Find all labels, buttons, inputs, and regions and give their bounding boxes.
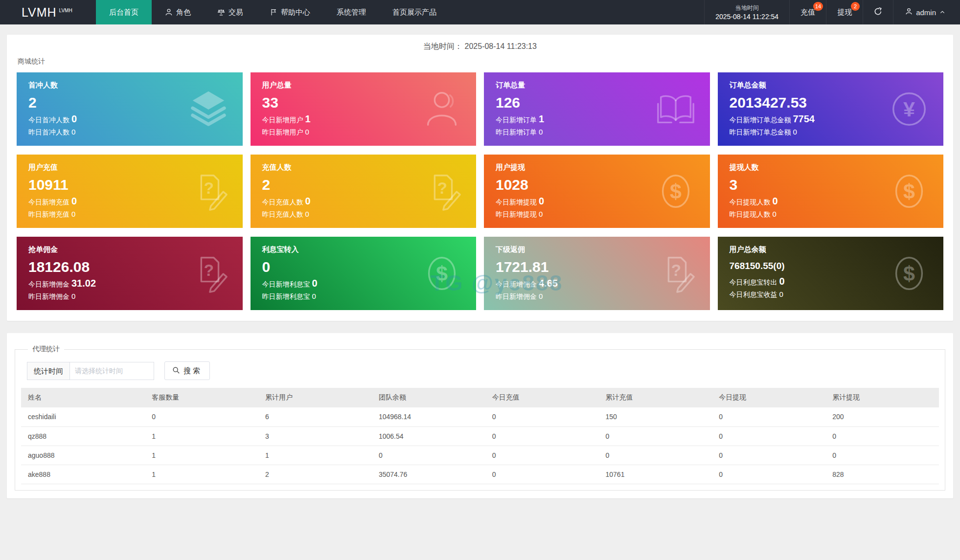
user-name: admin [916,8,936,17]
stat-today-label: 今日新增利息宝 [262,280,310,288]
recharge-badge: 14 [813,2,823,11]
stats-cards-grid: 首冲人数2今日首冲人数0昨日首冲人数0用户总量33今日新增用户1昨日新增用户0订… [17,72,943,310]
stat-card: 订单总量126今日新增订单1昨日新增订单0 [484,72,710,146]
stat-yesterday-value: 0 [305,128,309,136]
svg-text:¥: ¥ [903,97,915,121]
recharge-button[interactable]: 充值 14 [789,0,826,24]
table-header-cell: 今日充值 [485,388,599,407]
svg-text:?: ? [204,179,213,197]
user-icon [420,88,463,131]
dollar-circle-icon: $ [888,170,931,213]
table-cell: 0 [599,426,712,446]
stat-yesterday-label: 昨日首冲人数 [28,128,69,136]
nav-item-6[interactable]: 首页展示产品 [379,0,450,24]
withdraw-label: 提现 [837,8,852,17]
table-cell: 0 [712,407,825,426]
stat-yesterday-value: 0 [539,210,543,218]
table-header-cell: 累计提现 [825,388,939,407]
stat-yesterday-value: 0 [71,292,75,300]
table-cell: ake888 [21,465,145,484]
table-cell: 0 [485,465,599,484]
nav-item-3[interactable]: 交易 [204,0,256,24]
search-icon [172,366,180,376]
table-cell: 3 [258,426,372,446]
person-icon [165,8,173,16]
stat-card: 提现人数3今日提现人数0昨日提现人数0$ [718,155,944,228]
stat-today-label: 今日新增订单 [496,116,537,124]
withdraw-button[interactable]: 提现 2 [826,0,863,24]
table-row: ake8881235074.760107610828 [21,465,939,484]
stat-yesterday-label: 昨日新增佣金 [28,292,69,300]
table-cell: 0 [712,465,825,484]
nav-item-1[interactable]: 后台首页 [96,0,152,24]
table-header-cell: 姓名 [21,388,145,407]
table-header-cell: 累计用户 [258,388,372,407]
local-time-value: 2025-08-14 11:22:54 [715,12,778,21]
stat-today-value: 1 [539,113,544,124]
stat-yesterday-label: 昨日新增订单 [496,128,537,136]
agent-panel: 代理统计 统计时间 搜索 姓名客服数量累计用户团队余额今日充值累计充值今日提现累… [7,333,953,498]
stat-today-value: 0 [773,196,778,206]
table-cell: 828 [825,465,939,484]
panel-local-time: 当地时间： 2025-08-14 11:23:13 [17,42,943,52]
search-button[interactable]: 搜索 [164,361,210,380]
table-cell: 1 [145,426,258,446]
stat-today-label: 今日新增佣金 [496,280,537,288]
table-cell: 0 [485,426,599,446]
stat-yesterday-value: 0 [793,128,797,136]
table-cell: 1 [145,465,258,484]
table-cell: 0 [712,426,825,446]
svg-text:$: $ [903,262,915,285]
stat-today-label: 今日提现人数 [730,198,771,206]
svg-text:?: ? [204,261,213,279]
withdraw-badge: 2 [851,2,860,11]
stat-yesterday-value: 0 [71,210,75,218]
svg-text:?: ? [437,179,447,197]
stat-today-value: 0 [71,196,77,206]
stat-today-value: 0 [539,196,544,206]
book-icon [654,88,697,131]
table-cell: ceshidaili [21,407,145,426]
table-cell: 150 [599,407,712,426]
stat-today-value: 0 [312,278,318,289]
app-logo-text: LVMH [22,5,57,20]
refresh-icon [874,7,882,17]
user-menu[interactable]: admin [893,0,960,24]
agent-legend: 代理统计 [28,345,64,354]
stat-today-label: 今日新增提现 [496,198,537,206]
stat-yesterday-value: 0 [779,290,783,298]
stat-yesterday-label: 昨日充值人数 [262,210,303,218]
table-cell: 0 [372,446,485,465]
section-title: 商城统计 [18,57,943,66]
search-button-label: 搜索 [183,366,202,376]
nav-item-4[interactable]: 帮助中心 [256,0,323,24]
stat-today-label: 今日利息宝转出 [730,278,777,286]
stat-time-input[interactable] [70,362,154,380]
panel-time-label: 当地时间： [423,42,462,50]
flag-icon [270,8,277,16]
table-row: aguo8881100000 [21,446,939,465]
table-cell: qz888 [21,426,145,446]
table-cell: 200 [825,407,939,426]
table-cell: 1006.54 [372,426,485,446]
nav-item-label: 交易 [229,8,243,17]
nav-item-label: 首页展示产品 [392,8,436,17]
stat-yesterday-value: 0 [539,292,543,300]
nav-item-2[interactable]: 角色 [152,0,204,24]
edit-doc-icon: ? [187,252,230,295]
nav-item-5[interactable]: 系统管理 [323,0,379,24]
stat-yesterday-value: 0 [539,128,543,136]
stat-card: 充值人数2今日充值人数0昨日充值人数0? [251,155,477,228]
topbar: LVMHLVMH 后台首页角色交易帮助中心系统管理首页展示产品 当地时间 202… [0,0,960,24]
filter-label: 统计时间 [27,362,70,380]
filter-input-group: 统计时间 [27,362,154,380]
refresh-button[interactable] [863,0,893,24]
table-cell: 10761 [599,465,712,484]
table-cell: aguo888 [21,446,145,465]
stat-today-value: 0 [779,276,785,287]
table-cell: 0 [712,446,825,465]
stat-card: 订单总金额2013427.53今日新增订单总金额7754昨日新增订单总金额0¥ [718,72,944,146]
stat-yesterday-label: 今日利息宝收益 [730,291,777,298]
stat-today-label: 今日充值人数 [262,198,303,206]
stat-today-value: 0 [71,113,77,124]
